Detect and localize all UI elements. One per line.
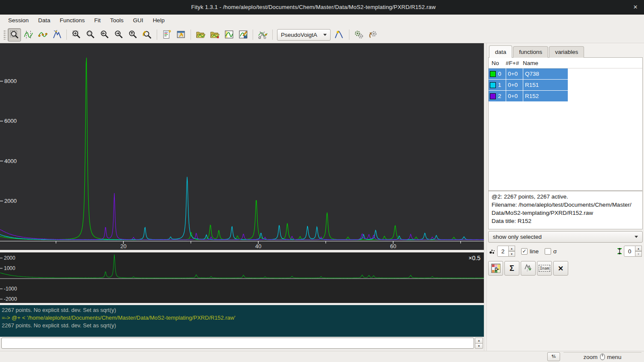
zoom-all-icon xyxy=(72,30,82,40)
zoom-undo-button[interactable] xyxy=(140,28,154,42)
console-line-2: 2267 points. No explicit std. dev. Set a… xyxy=(2,322,482,329)
zoom-right-button[interactable] xyxy=(112,28,125,42)
menu-item-session[interactable]: Session xyxy=(3,15,33,26)
dataset-number: 0 xyxy=(498,71,501,77)
data-range-mode-button[interactable] xyxy=(22,28,35,42)
edit-data-button[interactable] xyxy=(236,28,250,42)
delete-data-button[interactable]: ✕ xyxy=(553,261,568,276)
activate-mode-icon xyxy=(52,30,62,40)
dataset-name: R152 xyxy=(523,91,568,101)
auxiliary-plot[interactable]: 20001000-1000-2000×0.5 xyxy=(0,252,484,303)
script-icon xyxy=(162,30,172,40)
zoom-left-button[interactable] xyxy=(98,28,111,42)
main-plot[interactable]: 2000400060008000204060 xyxy=(0,43,484,250)
column-header-0[interactable]: No xyxy=(489,60,506,66)
gui-config-button[interactable] xyxy=(174,28,188,42)
zoom-undo-icon xyxy=(142,30,152,40)
zoom-all-button[interactable] xyxy=(70,28,83,42)
edit-data-icon xyxy=(238,30,248,40)
open-data-button[interactable] xyxy=(194,28,207,42)
toolbar-separator xyxy=(253,30,253,40)
axis-label: 20 xyxy=(120,243,126,249)
spin-down-icon[interactable]: ▼ xyxy=(509,251,515,257)
toolbar-separator xyxy=(349,30,349,40)
data-view-controls: 2 ▲▼ ✓ line σ 0 ▲▼ xyxy=(488,244,643,258)
console-line-1: =-> @+ < '/home/aleplo/test/Documents/Ch… xyxy=(2,314,482,322)
command-history-spinner[interactable]: ▲ ▼ xyxy=(475,338,483,349)
column-header-1[interactable]: #F+# xyxy=(506,60,523,66)
menu-item-help[interactable]: Help xyxy=(148,15,170,26)
history-down-icon[interactable]: ▼ xyxy=(475,343,483,349)
copy-data-button[interactable] xyxy=(521,261,536,276)
toolbar-separator xyxy=(157,30,157,40)
data-row-R151[interactable]: 10+0R151 xyxy=(489,80,642,90)
app-window: Fityk 1.3.1 - /home/aleplo/test/Document… xyxy=(0,0,644,362)
sigma-checkbox-label: σ xyxy=(553,248,557,255)
line-checkbox[interactable]: ✓ xyxy=(521,248,528,255)
spin-down-icon[interactable]: ▼ xyxy=(635,251,642,257)
panel-sash[interactable] xyxy=(484,43,487,351)
column-header-2[interactable]: Name xyxy=(523,60,568,66)
color-grid-icon xyxy=(491,264,501,273)
command-input-row: ▲ ▼ xyxy=(0,337,484,349)
append-data-button[interactable] xyxy=(208,28,221,42)
toolbar-grip xyxy=(3,30,6,40)
add-peak-mode-button[interactable] xyxy=(36,28,49,42)
statusbar-config-button[interactable]: ¶& xyxy=(547,352,560,361)
data-list-header: No#F+#Name xyxy=(489,58,642,68)
menu-item-fit[interactable]: Fit xyxy=(89,15,105,26)
auto-add-peak-button[interactable] xyxy=(333,28,346,42)
sigma-checkbox[interactable] xyxy=(545,248,551,255)
menu-item-functions[interactable]: Functions xyxy=(55,15,90,26)
dataset-name: R151 xyxy=(523,80,568,90)
output-console[interactable]: 2267 points. No explicit std. dev. Set a… xyxy=(0,305,484,337)
axis-label: 6000 xyxy=(4,118,17,124)
menu-item-gui[interactable]: GUI xyxy=(128,15,148,26)
undo-fit-icon xyxy=(368,30,378,40)
dropdown-arrow-icon xyxy=(635,236,638,238)
activate-data-mode-button[interactable] xyxy=(50,28,63,42)
sum-label: Σ xyxy=(510,264,514,273)
dataset-color-swatch xyxy=(490,82,496,88)
run-fit-button[interactable] xyxy=(352,28,366,42)
undo-fit-button[interactable] xyxy=(367,28,380,42)
add-peak-mode-icon xyxy=(38,30,48,40)
console-line-0: 2267 points. No explicit std. dev. Set a… xyxy=(2,306,482,314)
axis-label: 4000 xyxy=(4,158,17,164)
data-row-Q738[interactable]: 00+0Q738 xyxy=(489,68,642,79)
tab-variables[interactable]: variables xyxy=(549,46,584,58)
dataset-color-swatch xyxy=(490,71,496,77)
zoom-rect-button[interactable] xyxy=(84,28,97,42)
mouse-left-hint: zoom xyxy=(584,354,598,360)
menu-item-data[interactable]: Data xyxy=(33,15,55,26)
tab-data[interactable]: data xyxy=(489,45,512,58)
history-up-icon[interactable]: ▲ xyxy=(475,338,483,343)
menu-item-tools[interactable]: Tools xyxy=(105,15,128,26)
mouse-hint-field: zoom menu xyxy=(564,352,641,361)
copy-function-icon xyxy=(524,264,533,273)
show-filter-dropdown[interactable]: show only selected xyxy=(488,231,643,243)
command-input[interactable] xyxy=(1,338,474,349)
function-type-dropdown[interactable]: PseudoVoigtA xyxy=(277,29,331,41)
info-line-3: Data title: R152 xyxy=(492,217,639,225)
sidebar-tabs: datafunctionsvariables xyxy=(488,45,643,58)
rename-data-button[interactable]: Inam xyxy=(537,261,552,276)
sum-button[interactable]: Σ xyxy=(504,261,519,276)
zoom-vertical-button[interactable] xyxy=(126,28,140,42)
edit-script-button[interactable] xyxy=(160,28,173,42)
close-button[interactable]: ✕ xyxy=(627,4,644,10)
info-line-0: @2: 2267 points, 2267 active. xyxy=(492,193,639,201)
spin-up-icon[interactable]: ▲ xyxy=(509,246,515,251)
data-table-button[interactable] xyxy=(222,28,236,42)
zoom-mode-button[interactable] xyxy=(8,28,21,42)
strip-background-button[interactable] xyxy=(256,28,269,42)
point-size-spinner[interactable]: 2 ▲▼ xyxy=(497,246,515,257)
axis-label: 8000 xyxy=(4,78,17,84)
data-colors-button[interactable] xyxy=(488,261,503,276)
spin-up-icon[interactable]: ▲ xyxy=(635,246,642,251)
tab-functions[interactable]: functions xyxy=(513,46,548,58)
menu-bar: SessionDataFunctionsFitToolsGUIHelp xyxy=(0,15,644,27)
y-shift-spinner[interactable]: 0 ▲▼ xyxy=(624,246,642,257)
data-list[interactable]: No#F+#Name00+0Q73810+0R15120+0R152 xyxy=(488,58,643,191)
data-row-R152[interactable]: 20+0R152 xyxy=(489,91,642,101)
